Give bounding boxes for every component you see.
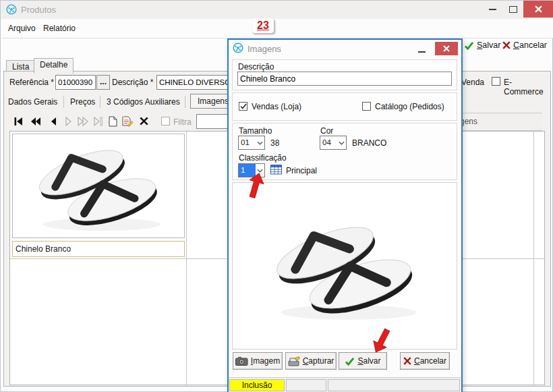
camera-icon [235,356,248,366]
step-number-annotation: 23 [252,18,274,33]
nav-prev-page-button[interactable] [30,115,42,127]
referencia-input[interactable] [55,75,96,90]
vendas-loja-label: Vendas (Loja) [252,102,301,111]
window-title: Produtos [21,5,56,15]
main-cancel-button[interactable]: Cancelar [502,40,547,50]
app-icon [6,4,17,15]
chevron-down-icon [337,136,346,149]
catalogo-pedidos-checkbox[interactable] [362,102,371,111]
grid-table-icon [270,165,282,175]
product-image-cell[interactable] [12,134,185,238]
descricao-panel: Descrição [232,59,457,90]
check-icon [345,357,355,366]
vendas-loja-checkbox[interactable] [239,102,248,111]
nav-new-button[interactable] [107,115,119,127]
tamanho-combo[interactable]: 01 [238,136,265,150]
nav-first-button[interactable] [12,115,24,127]
check-icon [464,41,474,50]
chevron-down-icon [256,136,264,149]
flags-panel: Vendas (Loja) Catálogo (Pedidos) [232,92,457,121]
scanner-icon [288,356,300,366]
x-icon [502,41,511,49]
tab-precos[interactable]: Preços [70,97,95,107]
imagens-dialog: Imagens Descrição Vendas (Loja) Catálogo… [227,38,463,392]
maximize-icon [509,6,517,13]
descricao-label: Descrição * [112,78,153,87]
delete-icon [140,117,148,125]
edit-record-icon [121,115,134,127]
nav-next-page-button[interactable] [77,115,89,127]
dialog-title: Imagens [248,44,281,54]
tab-dados-gerais[interactable]: Dados Gerais [8,97,57,107]
ecommerce-label: E-Commerce [504,78,550,96]
nav-delete-button[interactable] [138,115,150,127]
close-button[interactable] [523,1,553,18]
dialog-close-button[interactable] [435,42,458,55]
nav-prev-button[interactable] [47,115,59,127]
menu-arquivo[interactable]: Arquivo [8,24,36,33]
dialog-minimize-button[interactable] [418,51,426,53]
capturar-button[interactable]: Capturar [285,352,337,370]
imagem-button[interactable]: Imagem [233,352,283,370]
minimize-icon [489,9,496,10]
classificacao-label: Classificação [239,153,287,163]
tab-separator [63,96,64,108]
dialog-statusbar: Inclusão [229,377,461,392]
first-record-icon [13,117,24,126]
dialog-descricao-label: Descrição [238,62,274,72]
next-icon-disabled [64,117,72,126]
dialog-cancelar-button[interactable]: Cancelar [400,352,450,370]
catalogo-pedidos-label: Catálogo (Pedidos) [375,102,444,111]
tab-separator [185,96,185,108]
filtra-label: Filtra [173,117,192,127]
options-panel: Tamanho 01 38 Cor 04 BRANCO Classificaçã… [232,123,457,180]
tab-separator [100,96,100,108]
close-icon [535,5,542,13]
cor-label: Cor [320,126,333,136]
titlebar: Produtos [1,1,553,20]
filtra-input[interactable] [196,114,231,129]
maximize-button[interactable] [504,1,523,18]
status-cell [328,379,460,391]
tab-detalhe[interactable]: Detalhe [34,58,74,74]
status-cell [286,379,326,391]
last-record-icon-disabled [93,117,103,126]
main-save-label: Salvar [477,40,500,50]
menubar: Arquivo Relatório [1,19,553,38]
cor-desc: BRANCO [352,138,386,148]
filtra-checkbox[interactable] [161,117,170,125]
tamanho-desc: 38 [270,138,279,148]
image-caption-field[interactable]: Chinelo Branco [12,241,185,257]
status-mode-badge: Inclusão [229,379,285,391]
minimize-button[interactable] [482,1,502,18]
tamanho-label: Tamanho [239,126,272,136]
cor-combo[interactable]: 04 [320,136,347,150]
referencia-label: Referência * [9,78,54,87]
flipflops-thumbnail [20,136,178,236]
tab-codigos-auxiliares[interactable]: 3 Códigos Auxiliares [107,97,180,107]
flipflops-preview [258,211,433,326]
fast-prev-icon [30,117,41,126]
ecommerce-checkbox[interactable] [492,77,500,86]
close-icon [443,45,450,52]
main-cancel-label: Cancelar [513,40,547,50]
referencia-lookup-button[interactable]: ... [96,75,110,90]
main-save-button[interactable]: Salvar [464,40,500,50]
check-icon [240,103,247,109]
preview-panel [232,182,457,349]
new-record-icon [109,116,117,127]
dialog-icon [233,43,243,53]
nav-next-button[interactable] [62,115,74,127]
prev-icon [49,117,57,126]
nav-last-button[interactable] [92,115,104,127]
venda-label: Venda [461,78,484,87]
nav-edit-button[interactable] [121,115,134,127]
fast-next-icon-disabled [78,117,88,126]
x-icon [403,357,411,365]
classificacao-desc: Principal [286,166,317,175]
dialog-descricao-input[interactable] [237,72,452,86]
menu-relatorio[interactable]: Relatório [43,24,76,33]
